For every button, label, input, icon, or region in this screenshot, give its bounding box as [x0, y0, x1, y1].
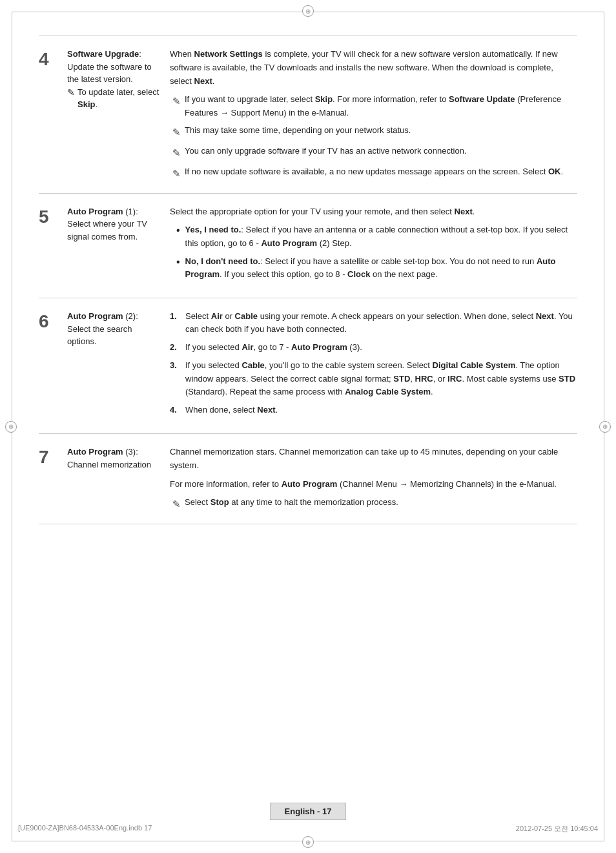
bullet-5-2: • No, I don't need to.: Select if you ha… — [176, 255, 577, 281]
step-4-note-4: ✎ If no new update software is available… — [170, 165, 577, 181]
step-content-6: 1. Select Air or Cable using your remote… — [170, 310, 577, 422]
note-icon-7: ✎ — [172, 497, 181, 512]
bullet-dot-1: • — [176, 223, 180, 239]
footer: English - 17 [UE9000-ZA]BN68-04533A-00En… — [0, 803, 616, 834]
step-label-5: Auto Program (1): Select where your TV s… — [63, 205, 170, 243]
step-label-bold-7: Auto Program — [67, 447, 123, 457]
note-icon-3: ✎ — [172, 145, 181, 161]
page-label: English - 17 — [285, 807, 332, 816]
step-content-7: Channel memorization stars. Channel memo… — [170, 446, 577, 512]
step-label-bold-6: Auto Program — [67, 311, 123, 321]
step-6-item-4: 4. When done, select Next. — [170, 404, 577, 416]
step-number-4: 4 — [39, 48, 63, 70]
step-4-note-2: ✎ This may take some time, depending on … — [170, 124, 577, 140]
footer-left-meta: [UE9000-ZA]BN68-04533A-00Eng.indb 17 — [18, 824, 152, 834]
step-content-5: Select the appropriate option for your T… — [170, 205, 577, 286]
note-icon-1: ✎ — [172, 94, 181, 109]
step-4-note-1: ✎ If you want to upgrade later, select S… — [170, 93, 577, 119]
main-content: 4 Software Upgrade: Update the software … — [0, 0, 616, 576]
reg-mark-bottom: ⊕ — [302, 836, 314, 848]
step-5-bullets: • Yes, I need to.: Select if you have an… — [176, 223, 577, 281]
step-6-item-2: 2. If you selected Air, go to 7 - Auto P… — [170, 341, 577, 354]
step-7-note: ✎ Select Stop at any time to halt the me… — [170, 496, 577, 512]
step-row-4: 4 Software Upgrade: Update the software … — [39, 36, 577, 193]
step-row-6: 6 Auto Program (2): Select the search op… — [39, 298, 577, 433]
step-number-5: 5 — [39, 205, 63, 227]
reg-mark-top: ⊕ — [302, 5, 314, 17]
footer-meta: [UE9000-ZA]BN68-04533A-00Eng.indb 17 201… — [0, 820, 616, 834]
step-4-note-3: ✎ You can only upgrade software if your … — [170, 145, 577, 161]
step-label-7: Auto Program (3): Channel memorization — [63, 446, 170, 471]
step-number-7: 7 — [39, 446, 63, 468]
step-label-bold-5: Auto Program — [67, 207, 123, 216]
bullet-5-1: • Yes, I need to.: Select if you have an… — [176, 223, 577, 249]
footer-right-meta: 2012-07-25 오전 10:45:04 — [516, 824, 598, 834]
note-icon-4: ✎ — [172, 166, 181, 181]
note-icon-2: ✎ — [172, 125, 181, 140]
step-label-4: Software Upgrade: Update the software to… — [63, 48, 170, 111]
step-content-4: When Network Settings is complete, your … — [170, 48, 577, 181]
step-label-6: Auto Program (2): Select the search opti… — [63, 310, 170, 348]
bullet-dot-2: • — [176, 254, 180, 271]
step-6-item-3: 3. If you selected Cable, you'll go to t… — [170, 359, 577, 398]
page-badge: English - 17 — [270, 803, 347, 820]
step-number-6: 6 — [39, 310, 63, 332]
step-7-main1: Channel memorization stars. Channel memo… — [170, 446, 577, 473]
step-4-main: When Network Settings is complete, your … — [170, 48, 577, 88]
reg-mark-left: ⊕ — [5, 421, 17, 433]
reg-mark-right: ⊕ — [599, 421, 611, 433]
step-label-bold-4: Software Upgrade — [67, 49, 139, 59]
step-6-item-1: 1. Select Air or Cable using your remote… — [170, 310, 577, 336]
step-5-main: Select the appropriate option for your T… — [170, 205, 577, 219]
step-7-main2: For more information, refer to Auto Prog… — [170, 478, 577, 491]
step-6-numbered: 1. Select Air or Cable using your remote… — [170, 310, 577, 416]
step-row-5: 5 Auto Program (1): Select where your TV… — [39, 193, 577, 298]
step-row-7: 7 Auto Program (3): Channel memorization… — [39, 433, 577, 524]
